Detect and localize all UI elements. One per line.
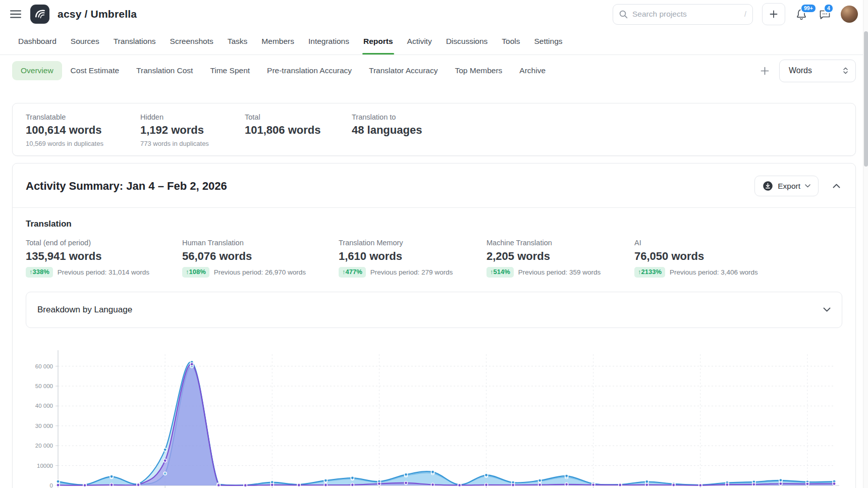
- stat-label: Machine Translation: [486, 239, 634, 247]
- collapse-section-button[interactable]: [831, 182, 842, 190]
- stat-value: 1,192 words: [140, 124, 245, 137]
- chevron-up-icon: [833, 184, 840, 188]
- activity-stat-translation-memory: Translation Memory1,610 words↑477%Previo…: [339, 239, 486, 278]
- report-tab-time-spent[interactable]: Time Spent: [201, 61, 258, 80]
- messages-button[interactable]: 4: [818, 7, 832, 21]
- summary-stat-translation-to: Translation to48 languages: [352, 113, 422, 147]
- chevron-down-icon: [823, 307, 831, 312]
- svg-text:20 000: 20 000: [35, 443, 53, 449]
- create-project-button[interactable]: [762, 3, 785, 25]
- activity-stats-row: Total (end of period)135,941 words↑338%P…: [26, 239, 842, 278]
- stat-note: 773 words in duplicates: [140, 140, 245, 147]
- report-tab-cost-estimate[interactable]: Cost Estimate: [62, 61, 128, 80]
- page-scrollbar[interactable]: [863, 0, 868, 488]
- stat-label: Translatable: [26, 113, 140, 121]
- activity-stat-human-translation: Human Translation56,076 words↑108%Previo…: [182, 239, 339, 278]
- nav-item-dashboard[interactable]: Dashboard: [11, 29, 64, 54]
- report-tab-pre-translation-accuracy[interactable]: Pre-translation Accuracy: [258, 61, 360, 80]
- app-logo[interactable]: [30, 5, 49, 24]
- nav-item-screenshots[interactable]: Screenshots: [163, 29, 221, 54]
- change-pill: ↑477%: [339, 267, 366, 278]
- notifications-button[interactable]: 99+: [794, 7, 808, 21]
- main-content: Translatable100,614 words10,569 words in…: [0, 103, 868, 488]
- select-caret-icon: [843, 67, 848, 75]
- report-tab-translator-accuracy[interactable]: Translator Accuracy: [360, 61, 446, 80]
- section-title: Translation: [26, 219, 842, 229]
- stat-value: 2,205 words: [486, 250, 634, 263]
- export-button[interactable]: Export: [754, 176, 819, 196]
- stat-label: Human Translation: [182, 239, 339, 247]
- nav-item-members[interactable]: Members: [254, 29, 301, 54]
- activity-summary-title: Activity Summary: Jan 4 – Feb 2, 2026: [26, 180, 227, 193]
- stat-label: Translation Memory: [339, 239, 486, 247]
- stat-label: Total: [245, 113, 352, 121]
- top-bar: acsy / Umbrella / 99+ 4: [0, 0, 868, 28]
- change-pill: ↑514%: [486, 267, 514, 278]
- search-icon: [619, 10, 628, 19]
- plus-icon: [770, 10, 778, 18]
- stat-label: Translation to: [352, 113, 422, 121]
- nav-item-tasks[interactable]: Tasks: [221, 29, 255, 54]
- nav-item-activity[interactable]: Activity: [400, 29, 439, 54]
- summary-stat-translatable: Translatable100,614 words10,569 words in…: [26, 113, 140, 147]
- nav-item-sources[interactable]: Sources: [64, 29, 106, 54]
- previous-period-text: Previous period: 279 words: [370, 268, 453, 276]
- nav-item-tools[interactable]: Tools: [495, 29, 527, 54]
- search-shortcut-hint: /: [744, 10, 746, 18]
- report-tabs: OverviewCost EstimateTranslation CostTim…: [12, 61, 554, 80]
- svg-text:10000: 10000: [37, 463, 53, 469]
- nav-item-discussions[interactable]: Discussions: [439, 29, 495, 54]
- logo-wing-icon: [33, 8, 46, 21]
- words-summary-card: Translatable100,614 words10,569 words in…: [12, 103, 856, 156]
- activity-chart[interactable]: 01000020 00030 00040 00050 00060 0004 Ja…: [26, 343, 842, 488]
- breakdown-label: Breakdown by Language: [37, 305, 132, 315]
- summary-stat-total: Total101,806 words: [245, 113, 352, 147]
- report-tabs-bar: OverviewCost EstimateTranslation CostTim…: [0, 59, 868, 83]
- stat-label: AI: [634, 239, 758, 247]
- report-tab-archive[interactable]: Archive: [511, 61, 554, 80]
- change-pill: ↑338%: [26, 267, 53, 278]
- svg-text:30 000: 30 000: [35, 423, 53, 429]
- nav-item-reports[interactable]: Reports: [356, 29, 400, 54]
- avatar[interactable]: [841, 6, 858, 23]
- breakdown-by-language-panel[interactable]: Breakdown by Language: [26, 292, 842, 328]
- svg-text:40 000: 40 000: [35, 403, 53, 409]
- scrollbar-thumb[interactable]: [864, 31, 868, 167]
- stat-label: Total (end of period): [26, 239, 182, 247]
- stat-value: 56,076 words: [182, 250, 339, 263]
- add-report-button[interactable]: [761, 67, 769, 75]
- stat-value: 48 languages: [352, 124, 422, 137]
- menu-button[interactable]: [9, 8, 22, 21]
- change-pill: ↑2133%: [634, 267, 665, 278]
- search-input[interactable]: [632, 10, 740, 19]
- activity-stat-total-end-of-period: Total (end of period)135,941 words↑338%P…: [26, 239, 182, 278]
- summary-stat-hidden: Hidden1,192 words773 words in duplicates: [140, 113, 245, 147]
- unit-select[interactable]: Words: [779, 60, 856, 82]
- report-tab-overview[interactable]: Overview: [12, 61, 62, 80]
- nav-item-translations[interactable]: Translations: [106, 29, 163, 54]
- activity-stat-ai: AI76,050 words↑2133%Previous period: 3,4…: [634, 239, 758, 278]
- stat-value: 100,614 words: [26, 124, 140, 137]
- report-tab-translation-cost[interactable]: Translation Cost: [128, 61, 201, 80]
- download-icon: [763, 181, 773, 191]
- report-tab-top-members[interactable]: Top Members: [446, 61, 511, 80]
- hamburger-icon: [10, 10, 21, 18]
- search-box[interactable]: /: [613, 4, 753, 25]
- previous-period-text: Previous period: 3,406 words: [670, 268, 758, 276]
- unit-select-value: Words: [789, 66, 812, 75]
- nav-item-integrations[interactable]: Integrations: [301, 29, 356, 54]
- previous-period-text: Previous period: 26,970 words: [214, 268, 306, 276]
- stat-label: Hidden: [140, 113, 245, 121]
- main-nav: DashboardSourcesTranslationsScreenshotsT…: [0, 28, 868, 55]
- stat-value: 1,610 words: [339, 250, 486, 263]
- notifications-badge: 99+: [800, 4, 817, 13]
- previous-period-text: Previous period: 359 words: [518, 268, 601, 276]
- caret-down-icon: [805, 184, 810, 188]
- nav-item-settings[interactable]: Settings: [527, 29, 570, 54]
- messages-badge: 4: [824, 4, 834, 13]
- page-title: acsy / Umbrella: [58, 8, 137, 20]
- svg-text:0: 0: [50, 482, 53, 488]
- stat-value: 76,050 words: [634, 250, 758, 263]
- activity-stat-machine-translation: Machine Translation2,205 words↑514%Previ…: [486, 239, 634, 278]
- stat-note: 10,569 words in duplicates: [26, 140, 140, 147]
